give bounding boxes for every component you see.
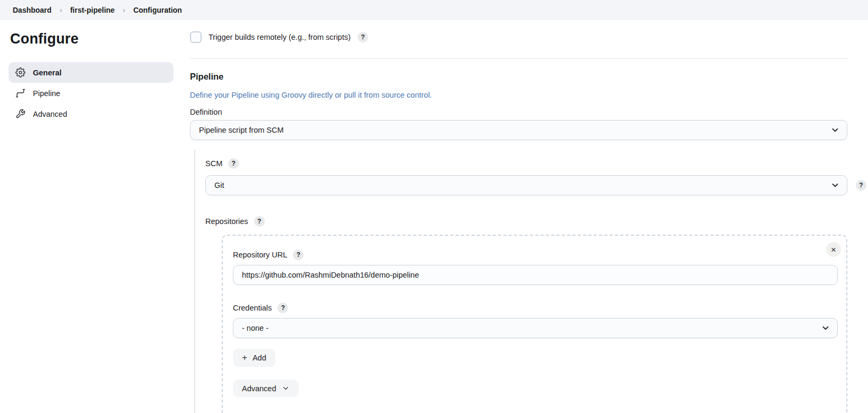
repositories-label-row: Repositories ? — [205, 216, 847, 227]
advanced-button-label: Advanced — [242, 384, 276, 393]
page-title: Configure — [10, 31, 173, 47]
repository-url-label-row: Repository URL ? — [233, 249, 838, 260]
trigger-builds-label: Trigger builds remotely (e.g., from scri… — [209, 33, 351, 41]
scm-select[interactable]: Git — [205, 175, 847, 195]
help-icon[interactable]: ? — [358, 32, 368, 42]
pipeline-section-description[interactable]: Define your Pipeline using Groovy direct… — [190, 91, 847, 99]
scm-label-row: SCM ? — [205, 158, 847, 169]
wrench-icon — [15, 109, 25, 119]
pipeline-icon — [15, 88, 25, 99]
breadcrumb-dashboard[interactable]: Dashboard — [13, 6, 51, 14]
repository-card: × Repository URL ? https://github.com/Ra… — [222, 235, 847, 413]
help-icon[interactable]: ? — [293, 249, 303, 260]
scm-select-value: Git — [214, 181, 224, 190]
scm-section: SCM ? Git ? Repositories ? × Repository … — [194, 149, 847, 413]
pipeline-section-title: Pipeline — [190, 72, 847, 82]
sidebar-item-advanced[interactable]: Advanced — [8, 104, 173, 124]
help-icon[interactable]: ? — [228, 158, 239, 169]
chevron-right-icon: › — [59, 5, 62, 14]
trigger-builds-row: Trigger builds remotely (e.g., from scri… — [190, 31, 847, 43]
breadcrumb-first-pipeline[interactable]: first-pipeline — [70, 6, 115, 14]
credentials-select-value: - none - — [242, 324, 268, 332]
definition-label: Definition — [190, 108, 847, 116]
repository-url-input[interactable]: https://github.com/RashmiDebnath16/demo-… — [233, 265, 838, 285]
trigger-builds-checkbox[interactable] — [190, 31, 202, 43]
chevron-down-icon — [282, 384, 290, 392]
repositories-label: Repositories — [205, 217, 248, 226]
definition-select[interactable]: Pipeline script from SCM — [190, 120, 847, 140]
credentials-select[interactable]: - none - — [233, 318, 838, 338]
sidebar-item-label: Advanced — [33, 110, 67, 118]
sidebar-item-pipeline[interactable]: Pipeline — [8, 83, 173, 104]
scm-select-row: Git ? — [205, 175, 847, 195]
config-sidebar: Configure General Pipeline Advanced — [8, 31, 173, 124]
chevron-right-icon: › — [123, 5, 125, 14]
sidebar-item-general[interactable]: General — [8, 62, 173, 83]
sidebar-item-label: Pipeline — [33, 89, 60, 98]
breadcrumb-configuration[interactable]: Configuration — [133, 6, 182, 14]
repository-url-label: Repository URL — [233, 251, 287, 259]
section-divider — [190, 58, 847, 59]
add-credentials-button[interactable]: + Add — [233, 349, 275, 367]
sidebar-menu: General Pipeline Advanced — [8, 62, 173, 124]
repository-url-value: https://github.com/RashmiDebnath16/demo-… — [242, 271, 419, 279]
help-icon[interactable]: ? — [856, 180, 866, 191]
plus-icon: + — [242, 352, 247, 363]
credentials-label-row: Credentials ? — [233, 303, 838, 313]
add-button-label: Add — [253, 354, 266, 362]
sidebar-item-label: General — [33, 68, 62, 77]
definition-select-value: Pipeline script from SCM — [199, 126, 284, 134]
chevron-down-icon — [821, 323, 830, 333]
advanced-button[interactable]: Advanced — [233, 380, 299, 397]
credentials-label: Credentials — [233, 304, 272, 312]
remove-repository-button[interactable]: × — [826, 242, 841, 257]
gear-icon — [15, 67, 25, 78]
help-icon[interactable]: ? — [277, 303, 288, 313]
chevron-down-icon — [830, 125, 840, 135]
help-icon[interactable]: ? — [254, 216, 265, 227]
chevron-down-icon — [830, 180, 840, 190]
scm-label: SCM — [205, 159, 222, 168]
config-form: Trigger builds remotely (e.g., from scri… — [190, 20, 847, 413]
breadcrumb: Dashboard › first-pipeline › Configurati… — [0, 0, 868, 20]
